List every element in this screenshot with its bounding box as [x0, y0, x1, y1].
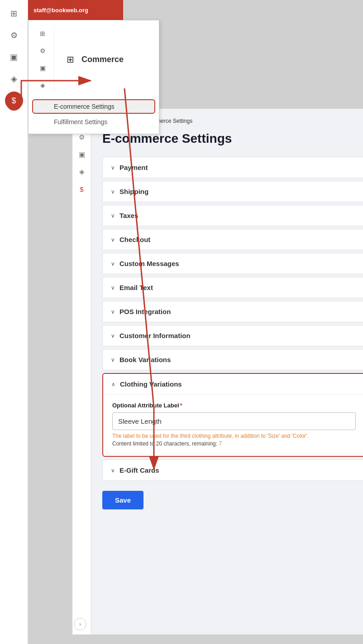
accordion-pos: ∨ POS Integration — [102, 301, 363, 322]
email-text: staff@bookweb.org — [33, 7, 88, 14]
red-circle-annotation — [6, 95, 22, 111]
accordion-shipping: ∨ Shipping — [102, 181, 363, 202]
accordion-checkout: ∨ Checkout — [102, 229, 363, 250]
sidebar-page-icon[interactable]: ▣ — [5, 48, 23, 66]
commerce-menu-item-ecommerce[interactable]: E-commerce Settings — [32, 99, 155, 114]
gear-icon: ⚙ — [10, 30, 18, 40]
commerce-menu-item-fulfillment[interactable]: Fulfillment Settings — [29, 115, 159, 129]
inner-dollar-icon[interactable]: $ — [75, 182, 89, 196]
accordion-email-text-header[interactable]: ∨ Email Text — [103, 277, 363, 298]
main-content: Dashboard > E-commerce Settings E-commer… — [91, 109, 363, 634]
payment-label: Payment — [119, 164, 148, 171]
popup-tag-icon[interactable]: ◈ — [36, 78, 49, 92]
accordion-egift-cards: ∨ E-Gift Cards — [102, 460, 363, 481]
accordion-book-variations: ∨ Book Variations — [102, 349, 363, 370]
chevron-down-email-text: ∨ — [111, 285, 115, 291]
char-count-text: Content limited to 20 characters, remain… — [112, 441, 356, 447]
accordion-clothing-variations-header[interactable]: ∧ Clothing Variations — [103, 374, 363, 394]
email-text-label: Email Text — [119, 284, 153, 291]
accordion-pos-header[interactable]: ∨ POS Integration — [103, 301, 363, 322]
inner-page-icon[interactable]: ▣ — [75, 148, 89, 161]
book-variations-label: Book Variations — [119, 356, 171, 363]
dashboard-icon: ⊞ — [10, 9, 17, 19]
save-button[interactable]: Save — [102, 491, 143, 509]
accordion-taxes-header[interactable]: ∨ Taxes — [103, 205, 363, 226]
egift-cards-label: E-Gift Cards — [119, 466, 159, 474]
custom-messages-label: Custom Messages — [119, 260, 179, 267]
required-star: * — [180, 402, 182, 409]
popup-page-icon[interactable]: ▣ — [36, 61, 49, 75]
chevron-down-egift: ∨ — [111, 467, 115, 474]
chevron-down-customer-info: ∨ — [111, 333, 115, 339]
page-icon: ▣ — [10, 52, 18, 62]
clothing-variations-label: Clothing Variations — [120, 380, 182, 388]
hint-text: The label to be used for the third cloth… — [112, 433, 356, 439]
chevron-down-checkout: ∨ — [111, 237, 115, 243]
chevron-down-book-variations: ∨ — [111, 357, 115, 363]
accordion-payment-header[interactable]: ∨ Payment — [103, 157, 363, 178]
accordion-custom-messages: ∨ Custom Messages — [102, 253, 363, 274]
sidebar-dashboard-icon[interactable]: ⊞ — [5, 5, 23, 23]
accordion-checkout-header[interactable]: ∨ Checkout — [103, 229, 363, 250]
tag-icon: ◈ — [11, 74, 17, 84]
chevron-down-custom-messages: ∨ — [111, 261, 115, 267]
optional-attribute-input[interactable] — [112, 412, 356, 430]
inner-tag-icon[interactable]: ◈ — [75, 165, 89, 179]
taxes-label: Taxes — [119, 212, 138, 219]
email-bar: staff@bookweb.org — [28, 0, 123, 20]
accordion-book-variations-header[interactable]: ∨ Book Variations — [103, 349, 363, 370]
customer-info-label: Customer Information — [119, 332, 191, 339]
commerce-menu-title: Commerce — [81, 55, 124, 64]
chevron-up-clothing: ∧ — [111, 381, 115, 387]
commerce-popup: ⊞ ⚙ ▣ ◈ ⊞ Commerce E-commerce Settings F… — [28, 20, 159, 134]
inner-sidebar: ⊞ ⚙ ▣ ◈ $ — [72, 109, 91, 634]
shipping-label: Shipping — [119, 188, 148, 195]
commerce-popup-header: ⊞ ⚙ ▣ ◈ ⊞ Commerce — [29, 20, 159, 98]
chevron-down-shipping: ∨ — [111, 189, 115, 195]
sidebar-tag-icon[interactable]: ◈ — [5, 70, 23, 88]
ecommerce-settings-label: E-commerce Settings — [54, 103, 115, 110]
checkout-label: Checkout — [119, 236, 150, 243]
char-remaining: 7 — [219, 441, 222, 447]
accordion-customer-info: ∨ Customer Information — [102, 325, 363, 346]
accordion-clothing-variations: ∧ Clothing Variations Optional Attribute… — [102, 373, 363, 457]
accordion-taxes: ∨ Taxes — [102, 205, 363, 226]
fulfillment-settings-label: Fulfillment Settings — [54, 118, 107, 126]
accordion-custom-messages-header[interactable]: ∨ Custom Messages — [103, 253, 363, 274]
commerce-menu-items: E-commerce Settings Fulfillment Settings — [29, 98, 159, 129]
chevron-down-taxes: ∨ — [111, 213, 115, 219]
accordion-email-text: ∨ Email Text — [102, 277, 363, 298]
optional-attribute-label: Optional Attribute Label* — [112, 402, 356, 409]
accordion-payment: ∨ Payment — [102, 157, 363, 178]
accordion-sections: ∨ Payment ∨ Shipping ∨ Taxes ∨ Checkout — [102, 157, 363, 481]
pos-label: POS Integration — [119, 308, 171, 315]
accordion-customer-info-header[interactable]: ∨ Customer Information — [103, 325, 363, 346]
clothing-variations-body: Optional Attribute Label* The label to b… — [103, 394, 363, 456]
chevron-down-payment: ∨ — [111, 165, 115, 171]
popup-dashboard-icon[interactable]: ⊞ — [36, 27, 49, 40]
sidebar-gear-icon[interactable]: ⚙ — [5, 26, 23, 44]
chevron-right-button[interactable]: › — [74, 618, 86, 630]
accordion-shipping-header[interactable]: ∨ Shipping — [103, 181, 363, 202]
chevron-down-pos: ∨ — [111, 309, 115, 315]
accordion-egift-cards-header[interactable]: ∨ E-Gift Cards — [103, 460, 363, 480]
popup-gear-icon[interactable]: ⚙ — [36, 44, 49, 58]
commerce-icon: ⊞ — [63, 53, 77, 66]
